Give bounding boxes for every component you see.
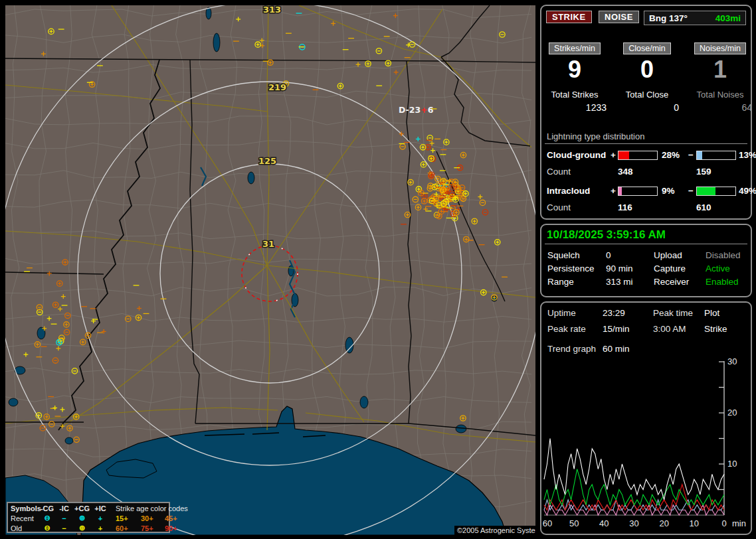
pos-cg-pct: 28%: [662, 150, 680, 160]
peak-rate-value: 15/min: [603, 324, 630, 334]
x-tick-label: 50: [569, 518, 579, 528]
legend-col-pos-cg: +CG: [72, 504, 92, 512]
y-tick-label: 20: [727, 408, 737, 418]
total-strikes-label: Total Strikes: [543, 90, 607, 100]
peak-time-value: 3:00 AM: [653, 324, 686, 334]
old-circle-plus-icon: ⊕: [72, 524, 92, 532]
close-rate-value: 0: [615, 58, 679, 82]
plot-label: Plot: [704, 308, 719, 318]
capture-value: Active: [706, 264, 730, 273]
age-15: 15+: [116, 514, 141, 522]
pos-ic-pct: 9%: [662, 186, 675, 196]
ring-label: 31: [262, 239, 274, 249]
x-tick-label: 60: [543, 518, 552, 528]
neg-cg-count: 159: [696, 167, 711, 177]
persistence-label: Persistence: [547, 264, 595, 273]
upload-label: Upload: [654, 250, 682, 260]
recent-plus-icon: +: [92, 514, 109, 522]
age-75: 75+: [141, 524, 165, 532]
intracloud-row: Intracloud + 9% − 49%: [541, 186, 751, 196]
uptime-label: Uptime: [547, 308, 576, 318]
minus-sign: −: [688, 186, 694, 196]
neg-ic-bar: [696, 187, 736, 196]
trend-graph-window: 60 min: [603, 344, 630, 354]
age-90: 90+: [165, 524, 186, 532]
noise-rate-value: 1: [688, 58, 752, 82]
pos-cg-count: 348: [618, 167, 633, 177]
neg-cg-bar: [696, 151, 736, 160]
count-label: Count: [547, 167, 571, 177]
trend-graph: 1020306050403020100min: [541, 357, 752, 534]
squelch-label: Squelch: [547, 250, 580, 260]
distribution-title: Lightning type distribution: [547, 131, 644, 141]
old-minus-icon: −: [56, 524, 72, 532]
age-60: 60+: [116, 524, 141, 532]
recent-minus-icon: −: [56, 514, 72, 522]
uptime-value: 23:29: [603, 308, 625, 318]
capture-label: Capture: [654, 264, 686, 273]
bearing-display: Bng 137° 403mi: [644, 11, 746, 25]
total-noises-value: 64: [688, 102, 756, 113]
copyright: ©2005 Astrogenic Systems: [454, 526, 535, 535]
receiver-value: Enabled: [706, 277, 739, 287]
noise-button[interactable]: NOISE: [599, 11, 639, 23]
range-label: Range: [547, 277, 574, 287]
recent-circle-minus-icon: ⊖: [39, 514, 56, 522]
strikes-per-min-badge-wrap: Strikes/min: [543, 42, 607, 54]
bearing-value: Bng 137°: [649, 13, 688, 23]
old-plus-icon: +: [92, 524, 109, 532]
plus-sign: +: [611, 186, 616, 196]
storm-cell-label: D-23+6: [399, 105, 434, 115]
y-tick-label: 10: [727, 459, 737, 469]
x-tick-label: 40: [599, 518, 609, 528]
cloud-ground-count-row: Count 348 159: [541, 167, 751, 177]
age-45: 45+: [165, 514, 186, 522]
legend-col-neg-ic: -IC: [56, 504, 72, 512]
neg-cg-pct: 13%: [739, 150, 756, 160]
cloud-ground-label: Cloud-ground: [547, 150, 606, 160]
upload-value: Disabled: [706, 250, 741, 260]
map-canvas[interactable]: 31321912531D-23+6: [5, 5, 535, 535]
trend-graph-label: Trend graph: [547, 344, 596, 354]
legend-age-header: Strike age color codes: [116, 504, 186, 512]
receiver-label: Receiver: [654, 277, 689, 287]
minus-sign: −: [688, 150, 694, 160]
x-axis-unit: min: [732, 518, 746, 528]
ring-label: 313: [263, 5, 281, 15]
trend-series-Total: [544, 439, 724, 500]
status-panel: STRIKE NOISE Bng 137° 403mi Strikes/min …: [540, 0, 753, 539]
x-tick-label: 30: [629, 518, 638, 528]
intracloud-count-row: Count 116 610: [541, 202, 751, 213]
strike-stats-box: STRIKE NOISE Bng 137° 403mi Strikes/min …: [540, 5, 752, 220]
y-tick-label: 30: [727, 357, 737, 366]
squelch-value: 0: [606, 250, 611, 260]
divider: [545, 244, 747, 244]
divider: [545, 143, 747, 144]
lightning-map[interactable]: 31321912531D-23+6 ©2005 Astrogenic Syste…: [5, 5, 535, 535]
x-tick-label: 20: [659, 518, 668, 528]
trend-box: Uptime 23:29 Peak time Plot Peak rate 15…: [540, 301, 752, 535]
datetime-display: 10/18/2025 3:59:16 AM: [547, 228, 666, 242]
total-strikes-value: 1233: [543, 102, 612, 113]
noises-per-min-badge[interactable]: Noises/min: [694, 42, 746, 54]
strike-button[interactable]: STRIKE: [546, 11, 592, 23]
age-30: 30+: [141, 514, 165, 522]
total-noises-label: Total Noises: [688, 90, 752, 100]
strike-rate-value: 9: [543, 58, 607, 82]
strikes-per-min-badge[interactable]: Strikes/min: [549, 42, 601, 54]
plus-sign: +: [611, 150, 616, 160]
legend-row-recent: Recent: [11, 514, 39, 522]
legend-row-old: Old: [11, 524, 39, 532]
x-tick-label: 10: [690, 518, 699, 528]
noises-per-min-badge-wrap: Noises/min: [688, 42, 752, 54]
map-legend: Symbols -CG -IC +CG +IC Strike age color…: [7, 502, 170, 533]
trend-series-+CG: [544, 485, 724, 510]
legend-col-pos-ic: +IC: [92, 504, 109, 512]
recent-circle-plus-icon: ⊕: [72, 514, 92, 522]
system-status-box: 10/18/2025 3:59:16 AM Squelch 0 Upload D…: [540, 224, 752, 297]
pos-cg-bar: [618, 151, 658, 160]
plot-mode-value: Strike: [704, 324, 727, 334]
nexstorm-window: 31321912531D-23+6 ©2005 Astrogenic Syste…: [0, 0, 756, 539]
close-per-min-badge[interactable]: Close/min: [623, 42, 671, 54]
bearing-range: 403mi: [715, 13, 741, 23]
